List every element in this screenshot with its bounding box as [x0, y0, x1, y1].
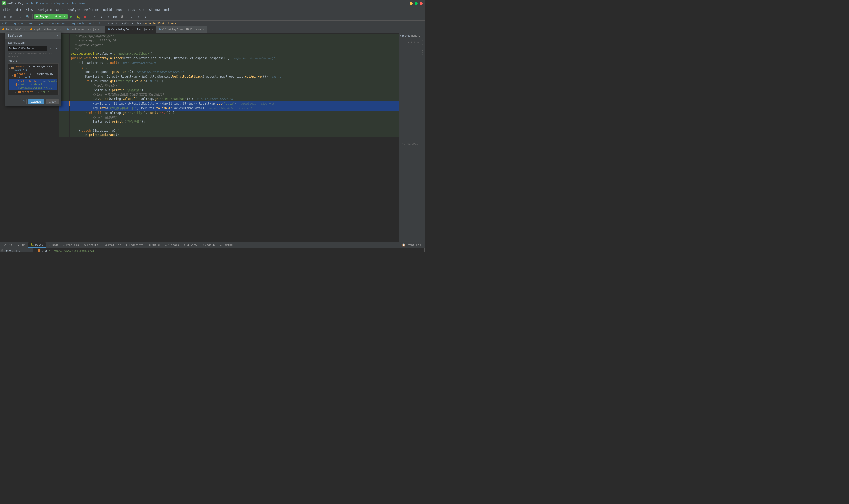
bottom-tab-debug[interactable]: 🐛 Debug — [28, 242, 46, 248]
bottom-tab-run[interactable]: ▶ Run — [16, 243, 28, 247]
breadcrumb-main[interactable]: main — [29, 22, 35, 25]
expression-row: ↗ ▾ — [7, 46, 59, 51]
bottom-tab-spring[interactable]: ❋ Spring — [218, 243, 235, 247]
tree-toggle-verify[interactable]: ▶ — [15, 91, 18, 93]
breadcrumb-src[interactable]: src — [20, 22, 25, 25]
close-button[interactable] — [420, 2, 423, 5]
history-btn[interactable]: ▾ — [54, 46, 59, 51]
run-icon: ▶ — [18, 244, 20, 247]
tab-close-yml[interactable]: × — [60, 28, 61, 31]
evaluate-tree: ▼ result = {HashMap@7169} size = 3 ▼ "da… — [7, 63, 59, 95]
minimize-button[interactable] — [410, 2, 413, 5]
bottom-tab-codeup[interactable]: ↑ Codeup — [200, 243, 217, 247]
bottom-tab-eventlog[interactable]: 📋 Event Log — [400, 243, 424, 247]
tree-row-data[interactable]: ▼ "data" -> {HashMap@7169} size = 3 — [9, 72, 57, 79]
maximize-button[interactable] — [415, 2, 418, 5]
breadcrumb-wechatpay[interactable]: weChatPay — [2, 22, 17, 25]
breadcrumb-web[interactable]: web — [79, 22, 84, 25]
menu-help[interactable]: Help — [162, 7, 173, 12]
breadcrumb-maomao[interactable]: maomao — [57, 22, 67, 25]
bottom-tab-todo[interactable]: ✓ TODO — [47, 243, 60, 247]
move-down-btn[interactable]: ▼ — [410, 40, 413, 44]
tree-toggle-data[interactable]: ▼ — [12, 74, 14, 77]
tab-watches[interactable]: Watches — [400, 33, 411, 39]
menu-edit[interactable]: Edit — [13, 7, 23, 12]
resume-button[interactable]: ▶▶ — [112, 14, 118, 20]
back-button[interactable]: ◁ — [1, 14, 7, 20]
breadcrumb-pay[interactable]: pay — [71, 22, 76, 25]
tree-row-verify[interactable]: ▶ "Verify" -> "YES" — [9, 90, 57, 94]
breadcrumb-java[interactable]: java — [39, 22, 46, 25]
tab-close-wxchat[interactable]: × — [203, 28, 204, 31]
tab-memory[interactable]: Memory — [411, 33, 421, 39]
menu-git[interactable]: Git — [138, 7, 147, 12]
db-tab[interactable]: Database — [421, 34, 424, 47]
tab-close-weixin[interactable]: × — [152, 28, 154, 31]
close-dialog-button[interactable]: Close — [46, 99, 59, 104]
bottom-tab-profiler[interactable]: ◉ Profiler — [103, 243, 124, 247]
bottom-tab-terminal[interactable]: $ Terminal — [82, 243, 102, 247]
vcs-commit[interactable]: ✓ — [129, 14, 135, 20]
bottom-tab-endpoints[interactable]: ⊳ Endpoints — [124, 243, 146, 247]
tree-row-returnweChat[interactable]: ▶ "returnWeChat" -> "<xml><return_code><… — [9, 79, 57, 90]
remove-watch-btn[interactable]: − — [404, 40, 406, 44]
menu-file[interactable]: File — [1, 7, 12, 12]
menu-run[interactable]: Run — [114, 7, 124, 12]
toolbar-sep-3 — [90, 15, 90, 19]
right-panel: Watches Memory ⌃ ⌄ + − ▲ ▼ ⊡ ∞ No watche… — [399, 33, 420, 242]
evaluate-hint: Use Ctrl+Shift+Enter to add to Watches — [7, 52, 59, 58]
tab-close-index[interactable]: × — [24, 28, 25, 31]
menu-view[interactable]: View — [24, 7, 35, 12]
forward-button[interactable]: ▷ — [8, 14, 14, 20]
bottom-tab-problems[interactable]: ⚠ Problems — [61, 243, 82, 247]
menu-code[interactable]: Code — [54, 7, 65, 12]
bookmark-button[interactable]: ⛉ — [18, 14, 24, 20]
menu-tools[interactable]: Tools — [124, 7, 137, 12]
breadcrumb-class[interactable]: ⊕ WeiXinPayController — [108, 22, 142, 25]
maven-tab[interactable]: Maven — [421, 48, 424, 56]
vcs-push[interactable]: ↑ — [136, 14, 142, 20]
stop-button[interactable]: ■ — [82, 14, 88, 20]
menu-build[interactable]: Build — [101, 7, 114, 12]
toolbar-sep-1 — [16, 15, 16, 19]
tree-toggle-root[interactable]: ▼ — [9, 67, 11, 69]
breadcrumb-method[interactable]: ⊙ WeChatPayCallback — [145, 22, 176, 25]
menu-refactor[interactable]: Refactor — [83, 7, 101, 12]
bottom-tab-build[interactable]: ⚙ Build — [146, 243, 162, 247]
expand-input-btn[interactable]: ↗ — [48, 46, 53, 51]
add-watch-btn[interactable]: + — [401, 40, 403, 44]
run-config-selector[interactable]: ▶ PayApplication ▾ — [34, 14, 68, 19]
bottom-tab-alibaba[interactable]: ☁ Alibaba Cloud View — [162, 243, 199, 247]
vcs-pull[interactable]: ↓ — [143, 14, 148, 20]
toggle-btn[interactable]: ∞ — [417, 40, 419, 44]
breadcrumb-com[interactable]: com — [49, 22, 54, 25]
tab-pay-properties[interactable]: payProperties.java × — [64, 26, 105, 33]
frames-dropdown[interactable]: ht...1... ▾ — [8, 250, 25, 252]
breadcrumb-controller[interactable]: controller — [88, 22, 104, 25]
evaluate-button[interactable]: Evaluate — [28, 99, 45, 104]
move-up-btn[interactable]: ▲ — [407, 40, 409, 44]
bottom-tab-git[interactable]: ⎇ Git — [1, 243, 15, 247]
app-icon: W — [2, 1, 6, 5]
search-everywhere-button[interactable]: 🔍 — [25, 14, 31, 20]
code-scroll[interactable]: * 微信支付异步回调通知接口 * shuqingyou 2022/9/16 * … — [59, 33, 399, 242]
step-over-button[interactable]: ↷ — [92, 14, 98, 20]
tab-close-pay[interactable]: × — [101, 28, 103, 31]
expression-input[interactable] — [7, 46, 47, 51]
evaluate-close-icon[interactable]: × — [57, 34, 59, 38]
tab-weixinpay[interactable]: WeiXinPayController.java × — [105, 26, 156, 33]
git-button[interactable]: Git: — [122, 14, 128, 20]
help-button[interactable]: ? — [21, 99, 26, 104]
menu-analyze[interactable]: Analyze — [66, 7, 82, 12]
step-out-button[interactable]: ↑ — [106, 14, 111, 20]
menu-window[interactable]: Window — [147, 7, 162, 12]
run-button[interactable]: ▶ — [69, 14, 74, 20]
window-controls — [410, 2, 423, 5]
tree-row-root[interactable]: ▼ result = {HashMap@7169} size = 3 — [9, 65, 57, 72]
debug-button[interactable]: 🐛 — [75, 14, 81, 20]
step-into-button[interactable]: ↓ — [99, 14, 105, 20]
copy-btn[interactable]: ⊡ — [413, 40, 416, 44]
tab-wxchat[interactable]: WxChatPayCommonUtil.java × — [156, 26, 207, 33]
var-this[interactable]: this = {WeiXinPayController@7172} — [33, 248, 424, 252]
menu-navigate[interactable]: Navigate — [36, 7, 54, 12]
